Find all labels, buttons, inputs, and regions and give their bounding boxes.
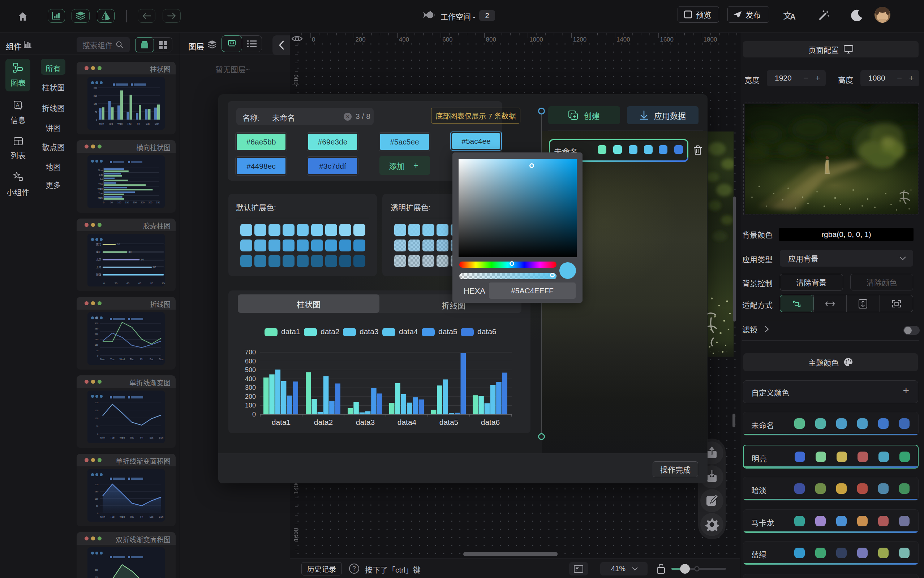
svg-text:data5: data5 xyxy=(439,418,459,426)
svg-text:0: 0 xyxy=(97,512,99,515)
svg-text:1600: 1600 xyxy=(660,36,674,43)
svg-text:50: 50 xyxy=(96,505,98,507)
svg-text:200: 200 xyxy=(133,201,137,204)
svg-text:700: 700 xyxy=(245,349,256,356)
svg-text:1400: 1400 xyxy=(617,36,630,43)
svg-text:70: 70 xyxy=(95,111,97,113)
svg-text:200: 200 xyxy=(95,333,99,335)
svg-text:Wed: Wed xyxy=(120,516,125,518)
svg-text:Wed: Wed xyxy=(120,437,125,439)
svg-text:Mon: Mon xyxy=(97,196,102,199)
svg-text:Mon: Mon xyxy=(100,516,105,518)
svg-text:200: 200 xyxy=(95,483,99,485)
svg-text:新疆: 新疆 xyxy=(96,273,101,276)
svg-text:200: 200 xyxy=(245,393,256,400)
svg-text:20: 20 xyxy=(115,282,117,285)
svg-text:40: 40 xyxy=(127,282,129,285)
svg-text:500: 500 xyxy=(245,366,256,373)
svg-text:南阳: 南阳 xyxy=(96,250,101,253)
svg-text:Sun: Sun xyxy=(98,169,103,172)
svg-text:40: 40 xyxy=(129,251,132,253)
svg-text:300: 300 xyxy=(148,201,153,204)
svg-text:1200: 1200 xyxy=(573,36,586,43)
svg-text:200: 200 xyxy=(95,401,99,404)
svg-text:Thu: Thu xyxy=(130,516,134,518)
svg-text:80: 80 xyxy=(153,266,156,268)
svg-text:100: 100 xyxy=(117,201,122,204)
svg-text:0: 0 xyxy=(103,282,105,285)
svg-text:上海: 上海 xyxy=(96,266,101,269)
svg-text:Thu: Thu xyxy=(130,358,134,360)
svg-text:0: 0 xyxy=(252,411,256,418)
svg-text:100: 100 xyxy=(95,417,99,419)
svg-text:150: 150 xyxy=(95,409,99,411)
svg-text:Thu: Thu xyxy=(130,437,134,439)
svg-text:100: 100 xyxy=(95,498,99,500)
svg-text:Wed: Wed xyxy=(97,187,102,190)
svg-text:0: 0 xyxy=(97,433,99,435)
svg-text:data1: data1 xyxy=(272,418,291,426)
svg-text:300: 300 xyxy=(95,569,99,571)
svg-text:0: 0 xyxy=(103,201,104,204)
svg-text:0: 0 xyxy=(97,355,99,357)
svg-text:250: 250 xyxy=(141,201,145,204)
svg-text:Sat: Sat xyxy=(146,122,149,125)
svg-text:Fri: Fri xyxy=(140,516,143,518)
svg-text:Sat: Sat xyxy=(149,437,154,439)
svg-text:Tue: Tue xyxy=(110,437,115,439)
svg-text:50: 50 xyxy=(96,425,98,427)
svg-text:Fri: Fri xyxy=(140,358,143,360)
svg-text:400: 400 xyxy=(245,375,256,383)
svg-text:150: 150 xyxy=(95,338,99,341)
svg-text:Wed: Wed xyxy=(117,122,122,125)
svg-text:100: 100 xyxy=(162,282,165,285)
svg-text:Thu: Thu xyxy=(98,183,102,185)
svg-text:data2: data2 xyxy=(314,418,333,426)
svg-text:data3: data3 xyxy=(356,418,375,426)
svg-text:350: 350 xyxy=(156,201,160,204)
svg-text:100: 100 xyxy=(245,402,256,409)
svg-text:50: 50 xyxy=(110,201,113,204)
svg-text:Wed: Wed xyxy=(120,358,125,360)
svg-text:A: A xyxy=(16,102,19,108)
svg-text:20: 20 xyxy=(117,243,120,246)
svg-text:data4: data4 xyxy=(398,418,417,426)
svg-text:200: 200 xyxy=(355,36,365,43)
svg-text:0: 0 xyxy=(312,36,315,43)
svg-text:data6: data6 xyxy=(481,418,500,426)
svg-text:150: 150 xyxy=(95,490,99,493)
svg-text:210: 210 xyxy=(94,95,97,97)
svg-text:Fri: Fri xyxy=(137,122,140,125)
svg-text:Fri: Fri xyxy=(100,178,103,180)
svg-text:50: 50 xyxy=(96,349,98,351)
svg-text:80: 80 xyxy=(150,282,153,285)
svg-text:Mon: Mon xyxy=(100,358,105,360)
svg-text:Mon: Mon xyxy=(99,122,104,125)
svg-text:Thu: Thu xyxy=(127,122,131,125)
svg-text:280: 280 xyxy=(94,87,97,89)
svg-text:Sun: Sun xyxy=(159,358,164,360)
svg-text:300: 300 xyxy=(245,384,256,391)
svg-text:60: 60 xyxy=(141,258,144,261)
svg-text:Tue: Tue xyxy=(109,122,113,125)
svg-text:60: 60 xyxy=(138,282,141,285)
svg-text:Sun: Sun xyxy=(155,122,159,125)
svg-text:400: 400 xyxy=(399,36,409,43)
svg-text:Fri: Fri xyxy=(140,437,143,439)
svg-text:300: 300 xyxy=(95,322,99,325)
svg-text:Sat: Sat xyxy=(149,516,154,518)
svg-text:100: 100 xyxy=(95,344,99,346)
svg-text:Sat: Sat xyxy=(99,174,102,176)
svg-text:Tue: Tue xyxy=(110,516,115,518)
svg-text:250: 250 xyxy=(95,328,99,330)
svg-text:Sun: Sun xyxy=(159,516,164,518)
svg-text:600: 600 xyxy=(245,358,256,365)
svg-text:250: 250 xyxy=(95,576,99,578)
svg-text:厦门: 厦门 xyxy=(96,243,101,246)
svg-text:150: 150 xyxy=(125,201,129,204)
svg-text:Sun: Sun xyxy=(159,437,164,439)
svg-text:1000: 1000 xyxy=(529,36,543,43)
svg-text:1800: 1800 xyxy=(703,36,717,43)
svg-text:北京: 北京 xyxy=(96,258,101,261)
svg-text:Tue: Tue xyxy=(110,358,115,360)
